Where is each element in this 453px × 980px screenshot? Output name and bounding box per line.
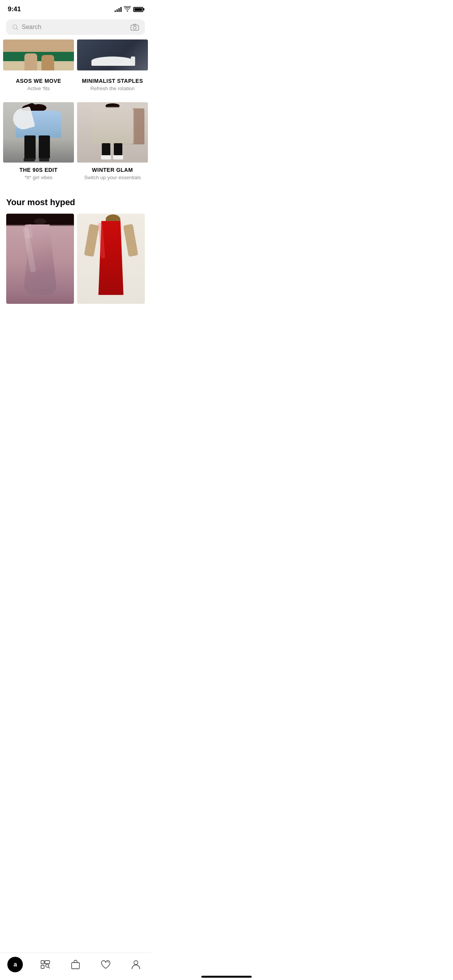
category-card-90s-edit[interactable]: THE 90s EDIT *It* girl vibes <box>3 102 74 182</box>
category-card-winter-glam[interactable]: WINTER GLAM Switch up your essentials <box>77 102 148 182</box>
90s-edit-subtitle: *It* girl vibes <box>5 175 72 180</box>
partial-image-minimalist <box>77 39 148 70</box>
category-image-90s-edit <box>3 102 74 163</box>
product-grid <box>6 214 145 304</box>
camera-icon[interactable] <box>130 23 139 31</box>
signal-icon <box>115 7 122 12</box>
winter-glam-subtitle: Switch up your essentials <box>79 175 146 180</box>
partial-image-asos-move <box>3 39 74 70</box>
most-hyped-title: Your most hyped <box>6 197 145 207</box>
svg-rect-1 <box>131 25 139 30</box>
status-bar: 9:41 <box>0 0 151 16</box>
product-card-2[interactable] <box>77 214 145 304</box>
product-image-mauve-dress <box>6 214 74 304</box>
partial-labels: ASOS WE MOVE Active 'fits MINIMALIST STA… <box>0 74 151 96</box>
search-icon <box>12 24 19 31</box>
search-left: Search <box>12 24 130 31</box>
status-time: 9:41 <box>8 5 21 13</box>
label-90s-edit: THE 90s EDIT *It* girl vibes <box>3 163 74 182</box>
product-image-red-dress <box>77 214 145 304</box>
partial-card-minimalist[interactable] <box>77 39 148 70</box>
search-bar-container: Search <box>0 16 151 39</box>
winter-glam-title: WINTER GLAM <box>79 166 146 173</box>
minimalist-title: MINIMALIST STAPLES <box>79 77 146 84</box>
status-icons <box>115 6 143 13</box>
label-winter-glam: WINTER GLAM Switch up your essentials <box>77 163 148 182</box>
minimalist-subtitle: Refresh the rotation <box>79 86 146 91</box>
scroll-content: ASOS WE MOVE Active 'fits MINIMALIST STA… <box>0 39 151 335</box>
asos-move-title: ASOS WE MOVE <box>5 77 72 84</box>
partial-top-cards <box>0 39 151 70</box>
battery-icon <box>133 7 143 12</box>
search-bar[interactable]: Search <box>6 19 145 35</box>
wifi-icon <box>124 6 131 13</box>
label-minimalist: MINIMALIST STAPLES Refresh the rotation <box>77 74 148 93</box>
category-image-winter-glam <box>77 102 148 163</box>
most-hyped-section: Your most hyped <box>0 194 151 304</box>
label-asos-move: ASOS WE MOVE Active 'fits <box>3 74 74 93</box>
product-card-1[interactable] <box>6 214 74 304</box>
asos-move-subtitle: Active 'fits <box>5 86 72 91</box>
partial-card-asos-move[interactable] <box>3 39 74 70</box>
90s-edit-title: THE 90s EDIT <box>5 166 72 173</box>
category-grid: THE 90s EDIT *It* girl vibes <box>0 102 151 185</box>
search-placeholder: Search <box>22 24 41 31</box>
svg-point-2 <box>133 26 136 29</box>
